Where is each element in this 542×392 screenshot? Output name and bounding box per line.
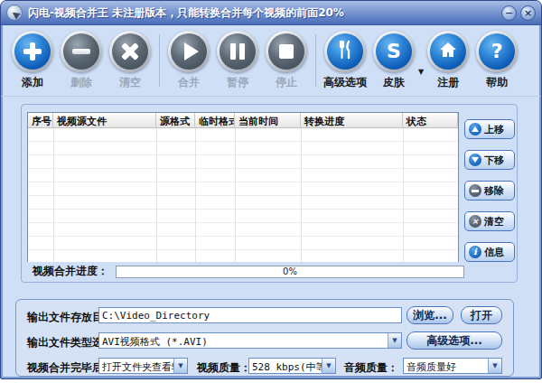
skin-tool: S皮肤 [371,31,416,90]
column-header-6: 状态 [403,113,458,127]
minus-icon [472,190,479,192]
move-up-label: 上移 [484,123,504,136]
pause-label: 暂停 [227,75,248,90]
arrow-down-icon [472,157,479,163]
move-down-button[interactable]: 下移 [464,150,515,170]
register-button[interactable] [427,31,469,72]
move-down-label: 下移 [484,154,504,167]
toolbar: 添加删除清空合并暂停停止高级选项S皮肤▼注册?帮助 [1,26,541,97]
pause-button[interactable] [217,31,258,72]
output-dir-input[interactable] [98,307,402,323]
add-button[interactable] [12,31,53,72]
browse-button[interactable]: 浏览... [406,306,453,324]
output-type-select[interactable]: AVI视频格式 (*.AVI) ▼ [98,332,402,349]
arrow-down-icon [469,154,481,166]
info-button[interactable]: i信息 [464,242,515,262]
help-circle: ? [479,33,515,70]
home-icon [438,40,458,63]
question-icon: ? [491,42,503,61]
arrow-up-icon [469,123,481,135]
delete-label: 删除 [70,75,92,90]
advanced-options-circle [327,33,363,70]
register-label: 注册 [437,75,459,90]
column-header-2: 源格式 [156,113,195,127]
close-button[interactable]: × [520,5,536,21]
stop-button[interactable] [266,31,307,72]
merge-progress-row: 视频合并进度： 0% [33,264,464,279]
list-action-buttons: 上移下移移除×清空i信息 [464,119,515,262]
table-body[interactable] [28,128,458,262]
after-merge-value: 打开文件夹查看转换的 [99,359,173,373]
add-label: 添加 [22,75,43,90]
cross-icon: × [469,215,481,228]
stop-label: 停止 [276,75,297,90]
table-column-line [156,128,157,262]
help-label: 帮助 [486,75,508,90]
advanced-options-button[interactable]: 高级选项... [406,331,502,350]
play-icon [184,42,199,61]
info-icon: i [469,246,481,258]
column-header-5: 转换进度 [301,113,403,127]
merge-progress-label: 视频合并进度： [33,264,116,279]
table-header-row: 序号视频源文件源格式临时格式当前时间转换进度状态 [28,113,458,128]
output-options-group: 输出文件存放目录： 浏览... 打开 输出文件类型选择： AVI视频格式 (*.… [15,299,514,377]
clear-list-button[interactable]: ×清空 [464,211,515,231]
skin-dropdown-arrow[interactable]: ▼ [418,68,424,76]
merge-progress-value: 0% [283,266,297,276]
column-header-1: 视频源文件 [53,113,156,127]
open-button[interactable]: 打开 [461,306,502,324]
table-column-line [403,128,404,262]
chevron-down-icon[interactable]: ▼ [173,359,187,373]
after-merge-select[interactable]: 打开文件夹查看转换的 ▼ [98,358,188,374]
add-circle [14,33,51,70]
advanced-options-button[interactable] [324,31,366,72]
toolbar-separator [315,34,316,87]
arrow-up-icon [472,126,479,132]
cross-icon: × [472,218,479,226]
remove-label: 移除 [484,184,504,198]
audio-quality-select[interactable]: 音频质量好 ▼ [403,358,502,374]
skin-label: 皮肤 [383,75,405,90]
merge-circle [171,33,207,70]
merge-progress-bar: 0% [116,266,464,278]
audio-quality-value: 音频质量好 [404,359,488,373]
chevron-down-icon[interactable]: ▼ [322,359,335,373]
clear-circle [112,33,148,70]
table-column-line [301,128,302,262]
clear-label: 清空 [119,75,141,90]
delete-button[interactable] [61,31,102,72]
register-circle [430,33,466,70]
minimize-button[interactable]: − [501,5,517,21]
info-icon: i [473,247,477,257]
minus-icon [72,49,90,54]
skin-button[interactable]: S [373,31,415,72]
file-list-panel: 序号视频源文件源格式临时格式当前时间转换进度状态 上移下移移除×清空i信息 视频… [21,104,518,283]
merge-label: 合并 [178,75,200,90]
window-title: 闪电-视频合并王 未注册版本，只能转换合并每个视频的前面20% [28,5,498,21]
move-up-button[interactable]: 上移 [464,119,515,139]
advanced-options-label: 高级选项 [323,75,367,90]
column-header-0: 序号 [28,113,53,127]
add-tool: 添加 [10,31,55,90]
s-icon: S [387,42,401,61]
table-column-line [235,128,236,262]
title-bar: 闪电-视频合并王 未注册版本，只能转换合并每个视频的前面20% − × [1,1,541,25]
remove-button[interactable]: 移除 [464,181,515,201]
help-button[interactable]: ? [476,31,518,72]
toolbar-separator [159,34,160,87]
tools-icon [335,40,355,63]
cross-icon [121,42,139,61]
chevron-down-icon[interactable]: ▼ [488,359,501,373]
file-list-table[interactable]: 序号视频源文件源格式临时格式当前时间转换进度状态 [27,112,459,262]
video-quality-select[interactable]: 528 kbps(中等质量) ▼ [248,358,336,374]
clear-button[interactable] [109,31,151,72]
advanced-options-tool: 高级选项 [322,31,368,90]
clear-tool: 清空 [107,31,153,90]
pause-circle [220,33,256,70]
delete-circle [63,33,99,70]
table-column-line [195,128,196,262]
merge-button[interactable] [168,31,210,72]
help-tool: ?帮助 [474,31,519,90]
chevron-down-icon[interactable]: ▼ [388,333,401,348]
stop-circle [268,33,304,70]
